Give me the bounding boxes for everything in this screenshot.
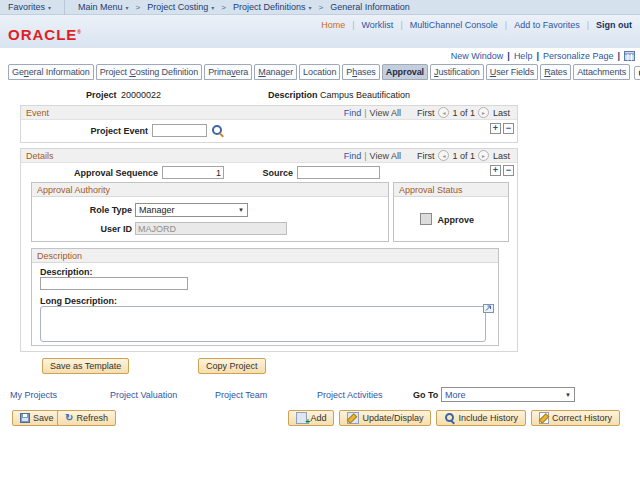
tab-justification[interactable]: Justification <box>430 64 484 80</box>
delete-row-icon[interactable]: − <box>503 123 514 134</box>
role-type-select[interactable]: Manager ▼ <box>135 203 248 217</box>
prev-arrow-icon[interactable]: ◂ <box>438 107 449 118</box>
update-display-label: Update/Display <box>362 413 423 423</box>
event-last-label: Last <box>493 108 510 118</box>
add-to-favorites-link[interactable]: Add to Favorites <box>514 20 580 30</box>
breadcrumb-favorites-label: Favorites <box>8 2 45 12</box>
copy-project-label: Copy Project <box>206 361 258 371</box>
tab-attachments[interactable]: Attachments <box>573 64 630 80</box>
breadcrumb-crumb-label: General Information <box>330 2 410 12</box>
correct-history-button[interactable]: Correct History <box>531 410 620 426</box>
my-projects-link[interactable]: My Projects <box>10 390 57 400</box>
breadcrumb-crumb-label: Project Definitions <box>233 2 306 12</box>
long-description-textarea[interactable] <box>40 306 486 342</box>
new-window-link[interactable]: New Window <box>451 51 504 61</box>
source-input[interactable] <box>297 166 380 179</box>
tab-rates[interactable]: Rates <box>540 64 571 80</box>
event-find-link[interactable]: Find <box>344 108 362 118</box>
tab-scroll-right-icon[interactable]: ▶ <box>634 66 640 80</box>
project-team-link[interactable]: Project Team <box>215 390 267 400</box>
expand-icon[interactable] <box>483 304 494 313</box>
next-arrow-icon[interactable]: ▸ <box>478 150 489 161</box>
goto-label: Go To <box>413 390 438 400</box>
user-id-input <box>135 222 287 235</box>
divider: | <box>587 20 589 30</box>
description-field-label: Description: <box>40 267 93 277</box>
include-history-label: Include History <box>458 413 518 423</box>
personalize-grid-icon[interactable] <box>624 51 635 61</box>
approve-checkbox[interactable] <box>420 213 432 225</box>
approval-authority-title: Approval Authority <box>37 185 110 195</box>
home-link[interactable]: Home <box>321 20 345 30</box>
save-as-template-button[interactable]: Save as Template <box>42 358 129 374</box>
breadcrumb-separator-icon: > <box>136 3 141 12</box>
save-button[interactable]: Save <box>12 410 62 426</box>
divider: | <box>364 108 366 118</box>
tab-phases[interactable]: Phases <box>342 64 379 80</box>
divider: | <box>505 20 507 30</box>
project-event-input[interactable] <box>152 124 207 137</box>
prev-arrow-icon[interactable]: ◂ <box>438 150 449 161</box>
tab-approval[interactable]: Approval <box>382 64 428 80</box>
correct-history-icon <box>539 412 549 424</box>
event-section-header: Event Find | View All First ◂ 1 of 1 ▸ L… <box>21 106 517 120</box>
details-section-header: Details Find | View All First ◂ 1 of 1 ▸… <box>21 149 517 163</box>
next-arrow-icon[interactable]: ▸ <box>478 107 489 118</box>
add-button[interactable]: Add <box>288 410 334 426</box>
copy-project-button[interactable]: Copy Project <box>198 358 266 374</box>
sign-out-link[interactable]: Sign out <box>596 20 632 30</box>
breadcrumb: Favorites ▾ Main Menu ▾ > Project Costin… <box>0 0 640 15</box>
breadcrumb-project-definitions[interactable]: Project Definitions ▾ <box>233 2 312 12</box>
breadcrumb-main-menu[interactable]: Main Menu ▾ <box>78 2 129 12</box>
update-display-icon <box>347 412 359 424</box>
details-row-counter: 1 of 1 <box>452 151 475 161</box>
multichannel-console-link[interactable]: MultiChannel Console <box>410 20 498 30</box>
include-history-button[interactable]: Include History <box>436 410 526 426</box>
peoplesoft-window: Favorites ▾ Main Menu ▾ > Project Costin… <box>0 0 640 480</box>
description-input[interactable] <box>40 277 188 290</box>
project-activities-link[interactable]: Project Activities <box>317 390 383 400</box>
approval-sequence-input[interactable] <box>162 166 224 179</box>
correct-history-label: Correct History <box>552 413 612 423</box>
add-icon <box>296 412 307 424</box>
breadcrumb-main-menu-label: Main Menu <box>78 2 123 12</box>
tab-user-fields[interactable]: User Fields <box>486 64 538 80</box>
tab-general-information[interactable]: General Information <box>8 64 94 80</box>
tab-primavera[interactable]: Primavera <box>204 64 252 80</box>
description-groupbox-header: Description <box>32 249 498 263</box>
role-type-value: Manager <box>139 205 175 215</box>
details-section: Details Find | View All First ◂ 1 of 1 ▸… <box>20 148 518 352</box>
chevron-down-icon: ▼ <box>565 392 571 398</box>
search-icon[interactable] <box>212 125 223 136</box>
chevron-down-icon: ▾ <box>126 4 129 11</box>
project-valuation-link[interactable]: Project Valuation <box>110 390 177 400</box>
approve-label: Approve <box>438 215 475 225</box>
goto-select[interactable]: More ▼ <box>441 387 575 402</box>
description-groupbox-title: Description <box>37 251 82 261</box>
add-row-icon[interactable]: + <box>490 165 501 176</box>
details-find-link[interactable]: Find <box>344 151 362 161</box>
tab-location[interactable]: Location <box>299 64 340 80</box>
update-display-button[interactable]: Update/Display <box>339 410 431 426</box>
breadcrumb-favorites[interactable]: Favorites ▾ <box>8 2 51 12</box>
approve-field: Approve <box>420 213 474 225</box>
description-value: Campus Beautification <box>320 90 410 100</box>
breadcrumb-general-information[interactable]: General Information <box>330 2 410 12</box>
divider: | <box>400 20 402 30</box>
event-view-all-link[interactable]: View All <box>370 108 401 118</box>
add-row-icon[interactable]: + <box>490 123 501 134</box>
help-link[interactable]: Help <box>514 51 533 61</box>
tab-project-costing-definition[interactable]: Project Costing Definition <box>96 64 202 80</box>
breadcrumb-project-costing[interactable]: Project Costing ▾ <box>147 2 214 12</box>
delete-row-icon[interactable]: − <box>503 165 514 176</box>
details-view-all-link[interactable]: View All <box>370 151 401 161</box>
worklist-link[interactable]: Worklist <box>362 20 394 30</box>
oracle-logo-text: ORACLE <box>8 26 77 43</box>
approval-status-title: Approval Status <box>399 185 463 195</box>
approval-authority-groupbox: Approval Authority Role Type Manager ▼ U… <box>31 182 389 242</box>
tab-manager[interactable]: Manager <box>254 64 297 80</box>
project-value: 20000022 <box>121 90 161 100</box>
personalize-page-link[interactable]: Personalize Page <box>543 51 614 61</box>
description-label: Description <box>268 90 318 100</box>
refresh-button[interactable]: ↻ Refresh <box>57 410 116 426</box>
